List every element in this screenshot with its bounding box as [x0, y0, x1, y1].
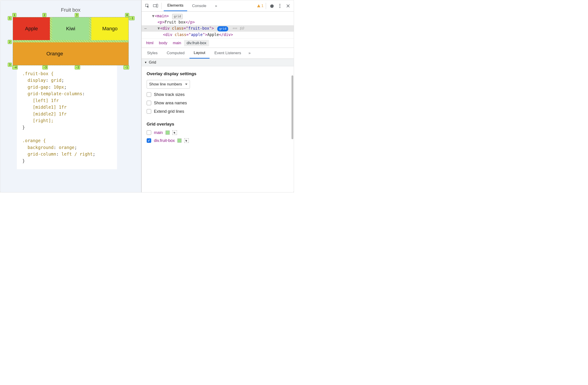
crumb-fruit-box[interactable]: div.fruit-box — [184, 40, 209, 46]
grid-badge[interactable]: grid — [172, 14, 182, 19]
devtools-panel: Elements Console » 1 ▼<main> grid — [141, 0, 294, 192]
grid-line-tag: -2 — [75, 65, 80, 69]
color-swatch[interactable] — [177, 139, 182, 143]
reveal-in-elements-icon[interactable] — [184, 138, 189, 143]
checkbox-icon[interactable] — [147, 109, 151, 114]
overlay-row-fruit-box: div.fruit-box — [147, 138, 289, 143]
overlay-checkbox[interactable] — [147, 138, 151, 143]
reveal-in-elements-icon[interactable] — [172, 130, 177, 135]
overlay-row-main: main — [147, 130, 289, 135]
subtab-layout[interactable]: Layout — [189, 48, 209, 59]
subtab-event-listeners[interactable]: Event Listeners — [210, 48, 245, 58]
sample-css-block: .fruit-box { display: grid; grid-gap: 10… — [17, 65, 117, 169]
dom-node-apple[interactable]: <div class="apple">Apple</div> — [142, 32, 294, 38]
crumb-html[interactable]: html — [144, 40, 156, 46]
subtab-computed[interactable]: Computed — [163, 48, 189, 58]
grid-badge-active[interactable]: grid — [217, 26, 228, 31]
dom-node-main[interactable]: ▼<main> grid — [142, 13, 294, 19]
breadcrumb: html body main div.fruit-box — [142, 38, 294, 48]
check-extend-grid-lines[interactable]: Extend grid lines — [147, 109, 289, 114]
grid-line-tag: 4 — [125, 13, 129, 17]
checkbox-icon[interactable] — [147, 92, 151, 97]
grid-line-tag: 3 — [8, 63, 12, 67]
crumb-body[interactable]: body — [156, 40, 170, 46]
cell-mango: Mango — [91, 17, 128, 40]
cell-orange: Orange — [13, 42, 128, 65]
cell-apple: Apple — [13, 17, 50, 40]
grid-line-tag: -1 — [124, 65, 129, 69]
close-icon[interactable] — [285, 2, 292, 9]
tab-more[interactable]: » — [211, 1, 221, 11]
svg-rect-1 — [153, 4, 156, 7]
overlay-checkbox[interactable] — [147, 130, 151, 135]
overlay-settings-heading: Overlay display settings — [147, 71, 289, 76]
kebab-icon[interactable] — [276, 2, 283, 9]
grid-line-tag: 2 — [42, 13, 46, 17]
devtools-toolbar: Elements Console » 1 — [142, 0, 294, 12]
layout-body: Overlay display settings Show line numbe… — [142, 66, 294, 192]
page-title: Fruit box — [13, 7, 129, 13]
check-show-area-names[interactable]: Show area names — [147, 101, 289, 106]
dom-node-fruit-box[interactable]: ▼<div class="fruit-box"> grid == $0 — [142, 25, 294, 31]
device-toggle-icon[interactable] — [152, 2, 159, 9]
layout-grid-section-header[interactable]: ▼ Grid — [142, 59, 294, 66]
grid-line-tag: 1 — [8, 16, 12, 20]
svg-rect-2 — [156, 4, 158, 7]
fruit-box-grid: Apple Kiwi Mango Orange — [13, 17, 129, 65]
cell-kiwi: Kiwi — [52, 17, 89, 40]
chevron-down-icon: ▼ — [144, 61, 147, 64]
subtab-styles[interactable]: Styles — [143, 48, 162, 58]
grid-line-tag: -3 — [42, 65, 48, 69]
tab-elements[interactable]: Elements — [164, 0, 187, 11]
elements-dom-tree[interactable]: ▼<main> grid <p>Fruit box</p> ▼<div clas… — [142, 12, 294, 38]
crumb-main[interactable]: main — [170, 40, 184, 46]
grid-line-tag: -4 — [12, 65, 18, 69]
grid-line-tag: 2 — [8, 40, 12, 44]
styles-subtabs: Styles Computed Layout Event Listeners » — [142, 48, 294, 59]
scrollbar[interactable] — [291, 75, 293, 190]
svg-point-5 — [279, 7, 280, 8]
grid-overlay-wrapper: Apple Kiwi Mango Orange 1 2 3 4 1 2 3 -1… — [13, 17, 129, 65]
rendered-page: Fruit box Apple Kiwi Mango Orange 1 2 3 … — [0, 0, 141, 192]
svg-point-4 — [279, 5, 280, 6]
svg-point-3 — [279, 4, 280, 5]
tab-console[interactable]: Console — [189, 1, 210, 11]
grid-overlays-heading: Grid overlays — [147, 122, 289, 127]
grid-line-tag: -1 — [129, 16, 134, 20]
check-show-track-sizes[interactable]: Show track sizes — [147, 92, 289, 97]
scrollbar-thumb[interactable] — [292, 75, 293, 139]
inspect-icon[interactable] — [144, 2, 151, 9]
subtab-more[interactable]: » — [246, 51, 253, 55]
checkbox-icon[interactable] — [147, 101, 151, 105]
grid-line-tag: 3 — [75, 13, 79, 17]
gear-icon[interactable] — [268, 2, 275, 9]
color-swatch[interactable] — [166, 130, 170, 135]
dom-node-p[interactable]: <p>Fruit box</p> — [142, 19, 294, 25]
warnings-badge[interactable]: 1 — [257, 4, 263, 8]
line-numbers-select[interactable]: Show line numbers — [147, 80, 190, 89]
grid-line-tag: 1 — [12, 13, 16, 17]
